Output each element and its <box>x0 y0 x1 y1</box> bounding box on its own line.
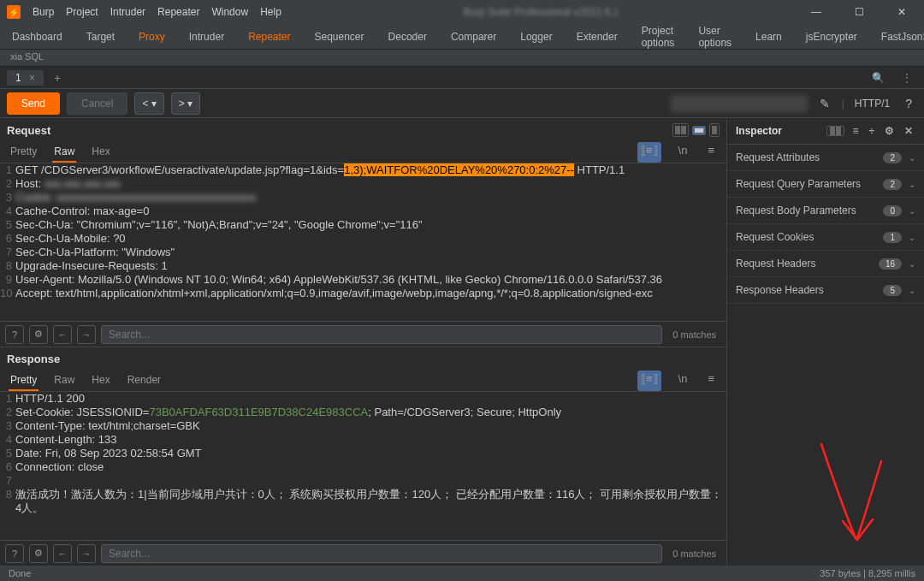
request-pretty-tab[interactable]: Pretty <box>9 142 38 163</box>
inspector-row-label: Request Query Parameters <box>736 178 883 190</box>
response-help-icon[interactable]: ? <box>5 544 24 563</box>
layout-columns-icon[interactable] <box>672 123 689 137</box>
response-view-tabs: Pretty Raw Hex Render ⟦≡⟧ \n ≡ <box>0 371 726 392</box>
maintab-jsencrypter[interactable]: jsEncrypter <box>804 31 859 43</box>
response-prev-icon[interactable]: ← <box>53 544 72 563</box>
inspector-row-request-attributes[interactable]: Request Attributes2⌄ <box>727 145 924 171</box>
chevron-down-icon: ⌄ <box>902 180 915 189</box>
request-hex-tab[interactable]: Hex <box>90 142 111 163</box>
request-newline-toggle[interactable]: \n <box>675 142 691 163</box>
maintab-learn[interactable]: Learn <box>754 31 784 43</box>
request-raw-tab[interactable]: Raw <box>52 142 76 163</box>
close-tab-icon[interactable]: × <box>29 72 35 84</box>
send-button[interactable]: Send <box>7 92 60 115</box>
inspector-row-request-query-parameters[interactable]: Request Query Parameters2⌄ <box>727 171 924 198</box>
request-menu-icon[interactable]: ≡ <box>704 142 718 163</box>
maintab-dashboard[interactable]: Dashboard <box>10 31 64 43</box>
request-panel: Request Pretty Raw Hex ⟦≡⟧ \n ≡ 1GET /CD… <box>0 118 726 347</box>
request-search-input[interactable] <box>101 325 662 344</box>
maintab-proxy[interactable]: Proxy <box>137 31 167 43</box>
maintab-sequencer[interactable]: Sequencer <box>313 31 366 43</box>
response-render-tab[interactable]: Render <box>126 371 163 391</box>
response-hex-tab[interactable]: Hex <box>90 371 111 391</box>
request-prev-icon[interactable]: ← <box>53 325 72 344</box>
help-icon[interactable]: ? <box>900 97 917 110</box>
request-pretty-toggle[interactable]: ⟦≡⟧ <box>637 142 661 163</box>
close-button[interactable]: ✕ <box>886 0 917 24</box>
response-menu-icon[interactable]: ≡ <box>704 371 718 391</box>
menu-burp[interactable]: Burp <box>33 6 54 18</box>
response-raw-tab[interactable]: Raw <box>52 371 76 391</box>
target-host[interactable] <box>671 95 808 112</box>
minimize-button[interactable]: — <box>801 0 832 24</box>
maintab-user-options[interactable]: User options <box>696 25 733 49</box>
maintab-project-options[interactable]: Project options <box>640 25 677 49</box>
maintab-comparer[interactable]: Comparer <box>449 31 498 43</box>
layout-combined-icon[interactable] <box>709 123 720 137</box>
response-panel: Response Pretty Raw Hex Render ⟦≡⟧ \n ≡ … <box>0 347 726 566</box>
inspector-row-count: 0 <box>883 205 902 216</box>
edit-target-icon[interactable]: ✎ <box>814 97 835 110</box>
inspector-collapse-icon[interactable]: ≡ <box>850 125 861 137</box>
maintab-repeater[interactable]: Repeater <box>246 31 292 43</box>
request-match-count: 0 matches <box>667 329 721 340</box>
inspector-layout-icon[interactable] <box>826 126 844 136</box>
maintab-target[interactable]: Target <box>85 31 116 43</box>
response-newline-toggle[interactable]: \n <box>675 371 691 391</box>
request-title: Request <box>7 124 50 137</box>
maintab-logger[interactable]: Logger <box>518 31 554 43</box>
request-help-icon[interactable]: ? <box>5 325 24 344</box>
http-version[interactable]: HTTP/1 <box>851 98 893 110</box>
layout-rows-icon[interactable] <box>692 126 706 135</box>
menu-repeater[interactable]: Repeater <box>157 6 199 18</box>
menu-intruder[interactable]: Intruder <box>110 6 145 18</box>
inspector-row-label: Request Body Parameters <box>736 205 883 216</box>
inspector-row-request-cookies[interactable]: Request Cookies1⌄ <box>727 224 924 251</box>
request-search-bar: ? ⚙ ← → 0 matches <box>0 321 726 347</box>
inspector-expand-icon[interactable]: ÷ <box>866 125 877 137</box>
response-pretty-toggle[interactable]: ⟦≡⟧ <box>637 371 661 391</box>
inspector-row-request-body-parameters[interactable]: Request Body Parameters0⌄ <box>727 198 924 224</box>
response-next-icon[interactable]: → <box>77 544 96 563</box>
response-match-count: 0 matches <box>667 548 721 559</box>
repeater-tab-1[interactable]: 1 × <box>7 70 44 86</box>
maintab-decoder[interactable]: Decoder <box>387 31 429 43</box>
request-next-icon[interactable]: → <box>77 325 96 344</box>
chevron-down-icon: ⌄ <box>902 259 915 269</box>
action-bar: Send Cancel < ▾ > ▾ ✎ | HTTP/1 ? <box>0 89 924 118</box>
maintab-extender[interactable]: Extender <box>575 31 619 43</box>
request-settings-icon[interactable]: ⚙ <box>29 325 48 344</box>
response-search-input[interactable] <box>101 544 662 563</box>
tabs-menu-icon[interactable]: ⋮ <box>897 72 917 84</box>
history-forward-button[interactable]: > ▾ <box>171 92 200 115</box>
chevron-down-icon: ⌄ <box>902 233 915 242</box>
menu-help[interactable]: Help <box>260 6 281 18</box>
search-tabs-icon[interactable]: 🔍 <box>867 72 890 84</box>
response-editor[interactable]: 1HTTP/1.1 2002Set-Cookie: JSESSIONID=73B… <box>0 392 726 540</box>
tab-label: 1 <box>15 72 21 84</box>
maintab-fastjsonscan[interactable]: FastJsonScan <box>880 31 924 43</box>
inspector-row-label: Response Headers <box>736 284 883 296</box>
maintab-intruder[interactable]: Intruder <box>187 31 226 43</box>
inspector-settings-icon[interactable]: ⚙ <box>882 125 897 137</box>
inspector-row-count: 16 <box>879 258 902 270</box>
repeater-tabstrip: 1 × + 🔍 ⋮ <box>0 67 924 89</box>
history-back-button[interactable]: < ▾ <box>134 92 163 115</box>
titlebar: ⚡ Burp Project Intruder Repeater Window … <box>0 0 924 24</box>
menu-window[interactable]: Window <box>211 6 248 18</box>
inspector-title: Inspector <box>736 125 782 137</box>
menu-project[interactable]: Project <box>66 6 98 18</box>
cancel-button[interactable]: Cancel <box>67 92 127 115</box>
maximize-button[interactable]: ☐ <box>844 0 874 24</box>
inspector-row-response-headers[interactable]: Response Headers5⌄ <box>727 277 924 304</box>
inspector-row-request-headers[interactable]: Request Headers16⌄ <box>727 251 924 277</box>
inspector-row-label: Request Cookies <box>736 231 883 243</box>
add-tab-button[interactable]: + <box>50 71 64 85</box>
inspector-close-icon[interactable]: ✕ <box>902 125 915 137</box>
response-settings-icon[interactable]: ⚙ <box>29 544 48 563</box>
subtab-row: xia SQL <box>0 50 924 67</box>
status-left: Done <box>9 568 31 578</box>
inspector-row-count: 5 <box>883 285 902 296</box>
response-pretty-tab[interactable]: Pretty <box>9 371 38 391</box>
request-editor[interactable]: 1GET /CDGServer3/workflowE/useractivate/… <box>0 163 726 321</box>
